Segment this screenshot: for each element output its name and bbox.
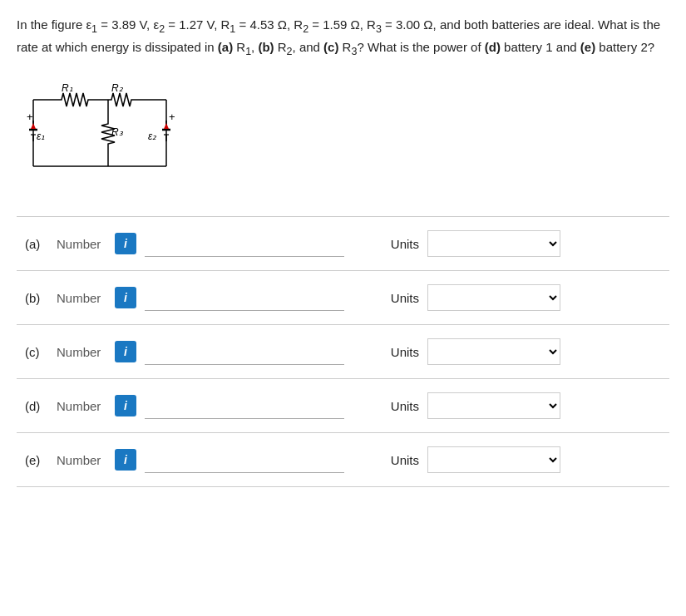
row-label-a: (a) <box>25 237 48 251</box>
number-input-a[interactable] <box>145 230 344 257</box>
answer-row-e: (e) Number i Units WkWmWJ/s <box>17 433 669 487</box>
number-input-d[interactable] <box>145 392 344 419</box>
number-input-e[interactable] <box>145 446 344 473</box>
row-label-c: (c) <box>25 345 48 359</box>
units-select-d[interactable]: WkWmWJ/s <box>427 392 560 419</box>
svg-text:R₁: R₁ <box>62 82 73 94</box>
svg-text:R₂: R₂ <box>111 82 124 94</box>
answer-row-d: (d) Number i Units WkWmWJ/s <box>17 379 669 433</box>
svg-text:+: + <box>169 111 175 123</box>
row-label-b: (b) <box>25 291 48 305</box>
row-label-e: (e) <box>25 453 48 467</box>
units-select-a[interactable]: WkWmWJ/s <box>427 230 560 257</box>
info-button-c[interactable]: i <box>115 341 136 362</box>
svg-text:+: + <box>27 111 33 123</box>
svg-marker-22 <box>164 123 169 129</box>
info-button-b[interactable]: i <box>115 287 136 308</box>
number-label-b: Number <box>57 291 106 305</box>
info-button-e[interactable]: i <box>115 449 136 471</box>
row-label-d: (d) <box>25 399 48 413</box>
info-button-d[interactable]: i <box>115 395 136 416</box>
svg-text:R₃: R₃ <box>111 126 124 138</box>
units-label-b: Units <box>378 291 419 305</box>
svg-text:ε₁: ε₁ <box>37 131 45 142</box>
answer-row-b: (b) Number i Units WkWmWJ/s <box>17 271 669 325</box>
number-label-a: Number <box>57 237 106 251</box>
units-label-e: Units <box>378 453 419 467</box>
number-label-d: Number <box>57 399 106 413</box>
units-select-c[interactable]: WkWmWJ/s <box>427 338 560 365</box>
info-button-a[interactable]: i <box>115 233 136 254</box>
units-select-b[interactable]: WkWmWJ/s <box>427 284 560 311</box>
circuit-diagram: R₁ R₂ + ε₁ R₃ + <box>25 75 669 198</box>
number-input-c[interactable] <box>145 338 344 365</box>
svg-marker-12 <box>31 123 36 129</box>
units-select-e[interactable]: WkWmWJ/s <box>427 446 560 473</box>
units-label-d: Units <box>378 399 419 413</box>
units-label-a: Units <box>378 237 419 251</box>
number-label-e: Number <box>57 453 106 467</box>
svg-text:ε₂: ε₂ <box>148 131 157 142</box>
answer-rows: (a) Number i Units WkWmWJ/s (b) Number i… <box>17 216 669 487</box>
units-label-c: Units <box>378 345 419 359</box>
number-label-c: Number <box>57 345 106 359</box>
number-input-b[interactable] <box>145 284 344 311</box>
answer-row-a: (a) Number i Units WkWmWJ/s <box>17 217 669 271</box>
problem-text: In the figure ε1 = 3.89 V, ε2 = 1.27 V, … <box>17 15 669 60</box>
answer-row-c: (c) Number i Units WkWmWJ/s <box>17 325 669 379</box>
